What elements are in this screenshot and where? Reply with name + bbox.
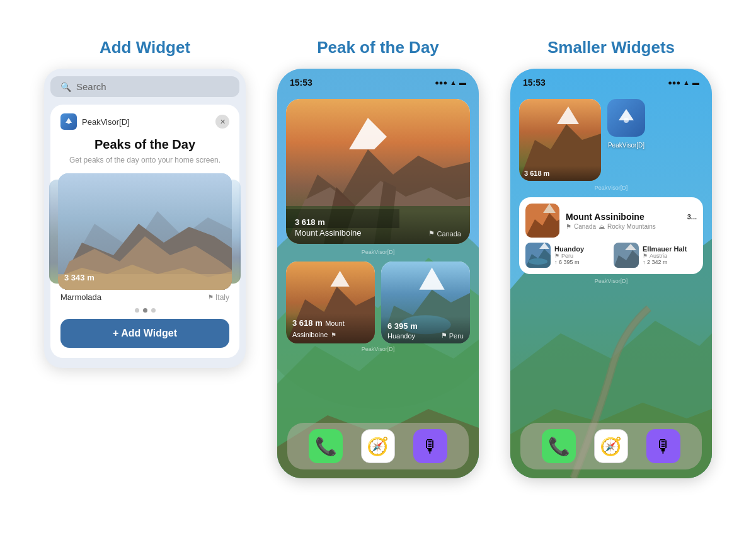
svg-point-34 bbox=[624, 118, 629, 123]
list-sub-info-2: Ellmauer Halt ⚑ Austria ↑ 2 342 m bbox=[643, 245, 697, 265]
widget-card-header-left: PeakVisor[D] bbox=[60, 113, 130, 130]
large-widget-overlay: 3 618 m Mount Assiniboine ⚑ Canada bbox=[286, 211, 470, 244]
flag-peru: ⚑ bbox=[554, 253, 559, 259]
flag-canada: ⚑ bbox=[566, 223, 571, 230]
large-widget: 3 618 m Mount Assiniboine ⚑ Canada bbox=[286, 99, 470, 244]
app-name-label: PeakVisor[D] bbox=[82, 117, 130, 127]
half2-elevation: 6 395 m bbox=[387, 321, 418, 331]
list-widget-main: Mount Assiniboine 3... ⚑ Canada ⛰ Rocky … bbox=[525, 204, 697, 238]
app-icon-home[interactable] bbox=[607, 99, 645, 137]
list-sub-meta-2: ⚑ Austria bbox=[643, 253, 697, 259]
signal-icon: ●●● bbox=[435, 79, 447, 86]
add-widget-button[interactable]: + Add Widget bbox=[60, 319, 229, 348]
half2-name: Huandoy bbox=[387, 332, 415, 340]
add-widget-panel: 🔍 Search PeakVisor[D] ✕ bbox=[44, 69, 246, 368]
half1-elevation: 3 618 m bbox=[292, 318, 323, 328]
half-widget-1: 3 618 m Mount Assiniboine ⚑ bbox=[286, 262, 375, 343]
flag-icon: ⚑ bbox=[208, 294, 214, 301]
list-widget-sub: Huandoy ⚑ Peru ↑ 6 395 m bbox=[525, 243, 697, 268]
list-sub-name-2: Ellmauer Halt bbox=[643, 245, 697, 253]
search-icon: 🔍 bbox=[60, 82, 71, 92]
column-smaller: Smaller Widgets bbox=[504, 38, 718, 478]
small-widget-row: 3 618 m PeakVisor[D] bbox=[519, 99, 703, 181]
list-sub-thumb-2 bbox=[614, 243, 639, 268]
large-widget-info: 3 618 m Mount Assiniboine bbox=[295, 217, 362, 238]
dock-safari-2[interactable]: 🧭 bbox=[361, 429, 395, 463]
preview-outer: 3 343 m bbox=[58, 173, 232, 290]
dot-3 bbox=[151, 308, 156, 313]
flag-icon-2: ⚑ bbox=[428, 229, 435, 238]
column-add-widget: Add Widget 🔍 Search bbox=[38, 38, 252, 368]
half1-flag: ⚑ bbox=[331, 331, 336, 338]
list-thumb-main bbox=[525, 204, 559, 238]
dock-safari-3[interactable]: 🧭 bbox=[594, 429, 628, 463]
list-sub-elev-1: ↑ 6 395 m bbox=[554, 259, 609, 265]
wifi-icon: ▲ bbox=[450, 79, 457, 86]
small-elevation: 3 618 m bbox=[524, 170, 596, 177]
dot-1 bbox=[135, 308, 139, 313]
status-icons-3: ●●● ▲ ▬ bbox=[668, 79, 699, 86]
widget-card: PeakVisor[D] ✕ Peaks of the Day Get peak… bbox=[50, 105, 239, 358]
list-main-elev: 3... bbox=[687, 213, 697, 221]
add-widget-label: + Add Widget bbox=[113, 328, 177, 339]
half2-country: ⚑ Peru bbox=[441, 331, 464, 340]
preview-main: 3 343 m bbox=[58, 173, 232, 290]
preview-peak-name: Marmolada bbox=[60, 292, 101, 302]
half-widget-1-overlay: 3 618 m Mount Assiniboine ⚑ bbox=[286, 313, 375, 343]
battery-icon-3: ▬ bbox=[692, 79, 699, 86]
large-peak-name: Mount Assiniboine bbox=[295, 228, 362, 238]
list-sub-info-1: Huandoy ⚑ Peru ↑ 6 395 m bbox=[554, 245, 609, 265]
wifi-icon-3: ▲ bbox=[683, 79, 690, 86]
large-country: ⚑ Canada bbox=[428, 229, 461, 238]
preview-elevation: 3 343 m bbox=[64, 273, 94, 282]
close-button[interactable]: ✕ bbox=[215, 115, 229, 129]
search-text: Search bbox=[76, 81, 106, 92]
column3-title: Smaller Widgets bbox=[547, 38, 675, 57]
column1-title: Add Widget bbox=[100, 38, 190, 57]
phone-screen-2: 15:53 ●●● ▲ ▬ bbox=[277, 69, 479, 478]
phone-dock-3: 📞 🧭 🎙 bbox=[520, 423, 702, 469]
large-elevation: 3 618 m bbox=[295, 217, 362, 227]
preview-country: ⚑ Italy bbox=[208, 293, 229, 302]
battery-icon: ▬ bbox=[459, 79, 466, 86]
widget-footer: Marmolada ⚑ Italy bbox=[60, 292, 229, 302]
status-bar-2: 15:53 ●●● ▲ ▬ bbox=[277, 69, 479, 91]
list-widget-app-label: PeakVisor[D] bbox=[519, 278, 703, 284]
small-widget-overlay: 3 618 m bbox=[519, 166, 601, 181]
status-time-2: 15:53 bbox=[290, 78, 312, 88]
signal-icon-3: ●●● bbox=[668, 79, 680, 86]
half-widgets-row: 3 618 m Mount Assiniboine ⚑ bbox=[286, 262, 470, 343]
svg-point-0 bbox=[67, 122, 70, 124]
list-sub-2: Ellmauer Halt ⚑ Austria ↑ 2 342 m bbox=[614, 243, 697, 268]
phone-content-2: 3 618 m Mount Assiniboine ⚑ Canada PeakV… bbox=[277, 94, 479, 357]
half-widget-2-overlay: 6 395 m Huandoy ⚑ Peru bbox=[381, 316, 470, 343]
small-widget: 3 618 m bbox=[519, 99, 601, 181]
mountain-icon: ⛰ bbox=[598, 223, 605, 230]
status-icons-2: ●●● ▲ ▬ bbox=[435, 79, 466, 86]
app-icon-label: PeakVisor[D] bbox=[608, 142, 644, 149]
phone-dock-2: 📞 🧭 🎙 bbox=[287, 423, 469, 469]
phone-content-3: 3 618 m PeakVisor[D] PeakVisor[D] bbox=[510, 94, 712, 289]
list-main-meta: ⚑ Canada ⛰ Rocky Mountains bbox=[566, 223, 697, 230]
list-sub-elev-2: ↑ 2 342 m bbox=[643, 259, 697, 265]
column2-title: Peak of the Day bbox=[317, 38, 439, 57]
dock-phone-3[interactable]: 📞 bbox=[542, 429, 576, 463]
list-main-name: Mount Assiniboine bbox=[566, 212, 644, 222]
search-bar[interactable]: 🔍 Search bbox=[50, 76, 239, 97]
list-info-main: Mount Assiniboine 3... ⚑ Canada ⛰ Rocky … bbox=[566, 212, 697, 230]
status-bar-3: 15:53 ●●● ▲ ▬ bbox=[510, 69, 712, 91]
half2-flag: ⚑ bbox=[441, 331, 447, 340]
list-widget-card: Mount Assiniboine 3... ⚑ Canada ⛰ Rocky … bbox=[519, 197, 703, 274]
dock-podcasts-2[interactable]: 🎙 bbox=[413, 429, 447, 463]
column-peak-day: Peak of the Day 15:53 bbox=[271, 38, 485, 478]
dock-phone-2[interactable]: 📞 bbox=[309, 429, 343, 463]
large-widget-app-label: PeakVisor[D] bbox=[286, 249, 470, 255]
phone-screen-3: 15:53 ●●● ▲ ▬ bbox=[510, 69, 712, 478]
widget-card-header: PeakVisor[D] ✕ bbox=[60, 113, 229, 130]
dock-podcasts-3[interactable]: 🎙 bbox=[646, 429, 680, 463]
status-time-3: 15:53 bbox=[523, 78, 546, 88]
list-sub-meta-1: ⚑ Peru bbox=[554, 253, 609, 259]
small-widget-app-label: PeakVisor[D] bbox=[519, 185, 703, 191]
svg-point-41 bbox=[529, 258, 547, 265]
half-widgets-label: PeakVisor[D] bbox=[286, 346, 470, 352]
